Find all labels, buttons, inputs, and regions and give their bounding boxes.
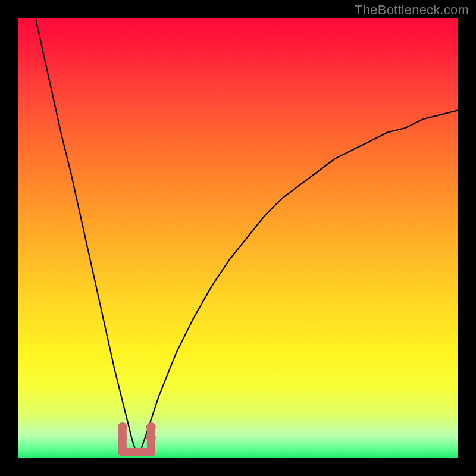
bottleneck-curve-path (36, 18, 458, 454)
svg-point-5 (146, 422, 156, 432)
plot-area (18, 18, 458, 458)
chart-frame: TheBottleneck.com (0, 0, 476, 476)
svg-point-3 (118, 422, 127, 432)
svg-point-4 (118, 433, 127, 443)
svg-point-6 (146, 433, 156, 443)
curve-layer (18, 18, 458, 458)
watermark-text: TheBottleneck.com (355, 2, 469, 18)
minimum-marker (118, 422, 156, 452)
